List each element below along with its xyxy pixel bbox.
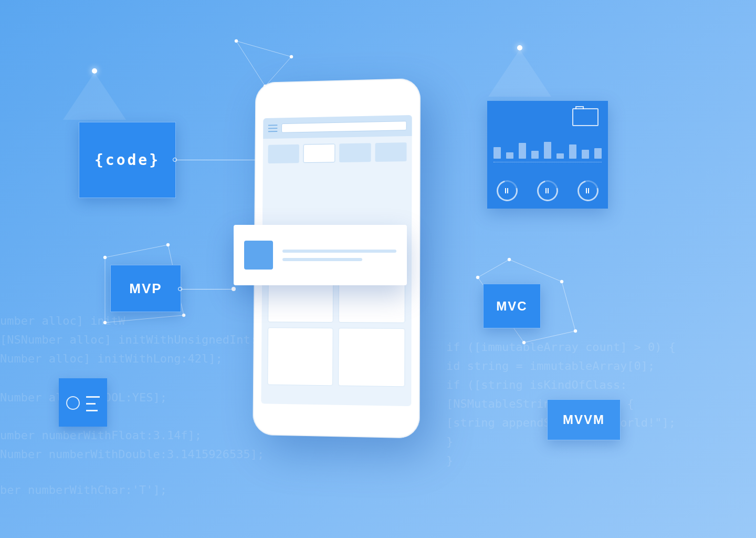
mvc-label-card: MVC [483, 284, 541, 328]
search-bar-placeholder [281, 121, 407, 133]
stats-icon-card [59, 378, 107, 427]
progress-dial-icon [574, 177, 603, 205]
floating-feed-card [234, 225, 407, 285]
phone-topbar [263, 115, 412, 139]
svg-line-15 [509, 260, 562, 282]
bar-chart-icon [494, 132, 602, 159]
dotted-axis-line [494, 162, 602, 162]
svg-line-6 [105, 245, 168, 257]
code-label-text: {code} [94, 151, 160, 169]
mvvm-label-text: MVVM [563, 412, 605, 427]
svg-line-8 [105, 315, 184, 323]
ring-icon [66, 396, 80, 410]
svg-line-0 [236, 41, 291, 57]
mvc-label-text: MVC [496, 299, 527, 314]
svg-line-16 [562, 282, 575, 331]
svg-line-14 [478, 260, 509, 277]
dial-row [497, 180, 598, 201]
mvvm-label-card: MVVM [547, 399, 621, 440]
connector-line [176, 160, 257, 160]
progress-dial-icon [533, 177, 562, 205]
text-lines-placeholder [282, 250, 396, 261]
connector-line [181, 289, 234, 289]
code-label-card: {code} [79, 122, 176, 198]
svg-point-23 [522, 341, 526, 344]
hamburger-icon [268, 125, 278, 132]
svg-point-22 [574, 329, 577, 333]
svg-point-11 [166, 243, 170, 246]
svg-point-13 [103, 321, 107, 324]
phone-tabs [263, 136, 412, 170]
window-icon [572, 108, 598, 126]
svg-point-3 [235, 39, 238, 43]
svg-point-12 [182, 314, 185, 317]
svg-point-4 [290, 55, 293, 58]
bars-icon [86, 396, 100, 411]
svg-point-21 [560, 280, 563, 283]
svg-point-20 [508, 258, 511, 261]
mvp-label-text: MVP [129, 281, 162, 297]
analytics-card [487, 101, 608, 209]
svg-line-17 [524, 331, 575, 343]
svg-point-19 [476, 276, 479, 279]
progress-dial-icon [493, 177, 522, 205]
mvp-label-card: MVP [110, 265, 181, 312]
svg-point-10 [103, 256, 107, 259]
thumbnail-placeholder [244, 241, 273, 270]
